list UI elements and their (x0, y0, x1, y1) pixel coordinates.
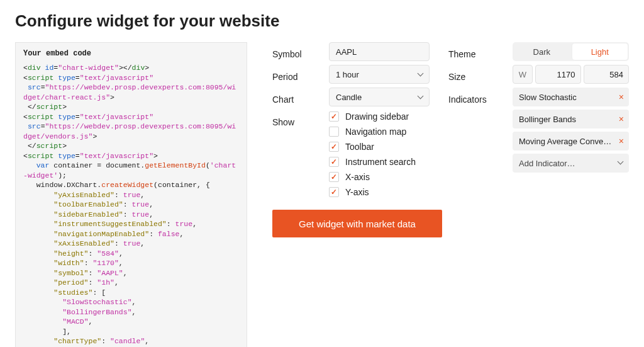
label-period: Period (272, 67, 310, 86)
label-show: Show (272, 113, 310, 132)
indicator-name: Bollinger Bands (519, 115, 576, 124)
symbol-input[interactable]: AAPL (329, 42, 430, 61)
label-size: Size (448, 67, 494, 86)
remove-icon[interactable]: × (615, 114, 624, 124)
remove-icon[interactable]: × (615, 92, 624, 102)
size-height-input[interactable] (584, 65, 630, 84)
theme-light[interactable]: Light (572, 43, 628, 60)
embed-code-header: Your embed code (23, 49, 239, 58)
indicator-name: Slow Stochastic (519, 93, 577, 102)
page-title: Configure widget for your website (15, 11, 629, 31)
label-chart: Chart (272, 90, 310, 109)
checkbox-label: X-axis (345, 172, 370, 182)
period-select[interactable]: 1 hour (329, 65, 430, 84)
theme-dark[interactable]: Dark (514, 43, 570, 60)
indicator-chip: Bollinger Bands × (513, 110, 629, 128)
remove-icon[interactable]: × (615, 136, 624, 146)
checkbox-y-axis[interactable] (329, 187, 339, 197)
checkbox-toolbar[interactable] (329, 142, 339, 152)
add-indicator-select[interactable]: Add Indicator… (513, 154, 629, 173)
indicator-chip: Moving Average Converg… × (513, 132, 629, 151)
indicator-name: Moving Average Converg… (519, 137, 613, 146)
checkbox-label: Navigation map (345, 127, 406, 137)
label-symbol: Symbol (272, 45, 310, 64)
checkbox-label: Y-axis (345, 187, 369, 197)
embed-code[interactable]: <div id="chart-widget"></div> <script ty… (23, 63, 239, 347)
checkbox-drawing-sidebar[interactable] (329, 111, 339, 122)
embed-code-panel: Your embed code <div id="chart-widget"><… (15, 42, 247, 347)
indicator-chip: Slow Stochastic × (513, 88, 629, 106)
checkbox-x-axis[interactable] (329, 172, 339, 182)
size-width-input[interactable] (535, 65, 581, 84)
label-indicators: Indicators (448, 90, 494, 109)
config-form: Symbol Period Chart Show AAPL 1 hour Can… (272, 42, 629, 197)
checkbox-label: Drawing sidebar (345, 111, 409, 122)
checkbox-navigation-map[interactable] (329, 127, 339, 137)
show-checklist: Drawing sidebar Navigation map Toolbar I… (329, 111, 430, 197)
checkbox-instrument-search[interactable] (329, 157, 339, 167)
get-widget-button[interactable]: Get widget with market data (272, 210, 442, 237)
checkbox-label: Toolbar (345, 142, 374, 152)
label-theme: Theme (448, 45, 494, 64)
theme-toggle: Dark Light (513, 42, 629, 61)
size-width-placeholder[interactable] (513, 65, 533, 84)
checkbox-label: Instrument search (345, 157, 416, 167)
chart-select[interactable]: Candle (329, 88, 430, 106)
indicators-list: Slow Stochastic × Bollinger Bands × Movi… (513, 88, 629, 176)
